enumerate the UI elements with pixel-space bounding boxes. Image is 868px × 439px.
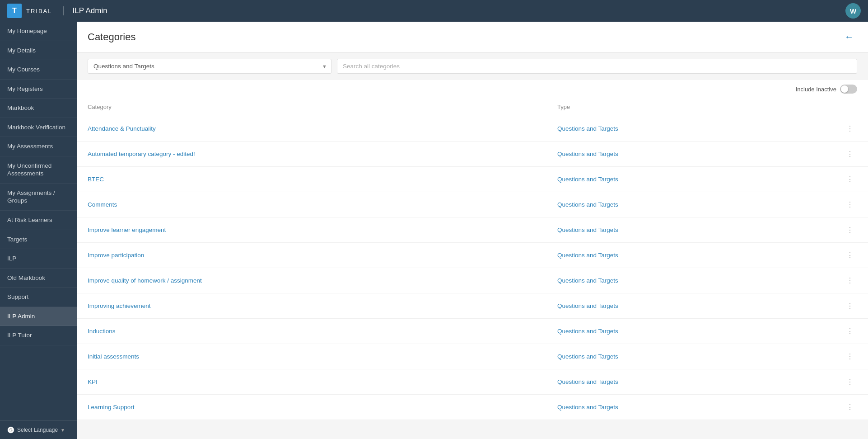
category-type-select[interactable]: Questions and TargetsInitial AssessmentM… (88, 59, 331, 74)
row-menu-button[interactable]: ⋮ (843, 300, 857, 312)
row-actions-cell: ⋮ (832, 243, 868, 268)
table-row: Improve participationQuestions and Targe… (77, 243, 868, 268)
select-language[interactable]: Select Language ▼ (7, 426, 70, 434)
include-inactive-toggle[interactable] (840, 85, 857, 94)
category-cell: Improve learner engagement (77, 217, 546, 243)
category-link[interactable]: KPI (88, 378, 98, 385)
svg-point-0 (8, 427, 14, 433)
sidebar-item-markbook[interactable]: Markbook (0, 99, 77, 118)
table-header-row: Category Type (77, 98, 868, 116)
category-cell: Improve participation (77, 243, 546, 268)
sidebar-item-ilp-tutor[interactable]: ILP Tutor (0, 326, 77, 345)
row-menu-button[interactable]: ⋮ (843, 173, 857, 185)
sidebar-item-my-assessments[interactable]: My Assessments (0, 137, 77, 156)
category-cell: BTEC (77, 167, 546, 192)
category-cell: Learning Support (77, 395, 546, 420)
category-link[interactable]: Comments (88, 201, 117, 208)
sidebar-item-my-registers[interactable]: My Registers (0, 80, 77, 99)
row-actions-cell: ⋮ (832, 142, 868, 167)
row-actions-cell: ⋮ (832, 319, 868, 344)
user-avatar[interactable]: W (845, 3, 861, 19)
table-row: Attendance & PunctualityQuestions and Ta… (77, 116, 868, 142)
category-cell: Inductions (77, 319, 546, 344)
sidebar-item-my-unconfirmed-assessments[interactable]: My Unconfirmed Assessments (0, 156, 77, 184)
category-link[interactable]: Improving achievement (88, 302, 151, 309)
sidebar-item-my-assignments-groups[interactable]: My Assignments / Groups (0, 184, 77, 211)
sidebar-item-ilp[interactable]: ILP (0, 249, 77, 269)
back-button[interactable]: ← (841, 30, 857, 44)
sidebar-item-at-risk-learners[interactable]: At Risk Learners (0, 211, 77, 230)
type-cell: Questions and Targets (546, 344, 832, 369)
row-actions-cell: ⋮ (832, 268, 868, 293)
table-row: Improving achievementQuestions and Targe… (77, 293, 868, 319)
row-menu-button[interactable]: ⋮ (843, 401, 857, 413)
type-cell: Questions and Targets (546, 192, 832, 217)
category-link[interactable]: Initial assessments (88, 353, 139, 360)
sidebar-item-support[interactable]: Support (0, 288, 77, 307)
category-cell: Improving achievement (77, 293, 546, 319)
top-header: T TRIBAL ILP Admin W (0, 0, 868, 22)
row-menu-button[interactable]: ⋮ (843, 274, 857, 287)
row-menu-button[interactable]: ⋮ (843, 123, 857, 135)
type-cell: Questions and Targets (546, 395, 832, 420)
app-title: ILP Admin (63, 6, 107, 15)
row-actions-cell: ⋮ (832, 217, 868, 243)
category-link[interactable]: Learning Support (88, 404, 135, 411)
row-menu-button[interactable]: ⋮ (843, 198, 857, 211)
table-row: Improve quality of homework / assignment… (77, 268, 868, 293)
sidebar-item-my-homepage[interactable]: My Homepage (0, 22, 77, 41)
category-cell: KPI (77, 369, 546, 395)
select-language-arrow: ▼ (61, 428, 65, 433)
category-link[interactable]: BTEC (88, 176, 104, 183)
google-icon (7, 426, 14, 434)
row-menu-button[interactable]: ⋮ (843, 148, 857, 160)
sidebar-item-my-courses[interactable]: My Courses (0, 60, 77, 80)
category-cell: Comments (77, 192, 546, 217)
table-row: Initial assessmentsQuestions and Targets… (77, 344, 868, 369)
filter-select-wrap: Questions and TargetsInitial AssessmentM… (88, 59, 331, 74)
include-inactive-label: Include Inactive (796, 86, 836, 93)
row-actions-cell: ⋮ (832, 344, 868, 369)
row-menu-button[interactable]: ⋮ (843, 376, 857, 388)
type-cell: Questions and Targets (546, 369, 832, 395)
content-area: Categories ← Questions and TargetsInitia… (77, 22, 868, 439)
filter-bar: Questions and TargetsInitial AssessmentM… (77, 52, 868, 80)
row-menu-button[interactable]: ⋮ (843, 325, 857, 337)
row-menu-button[interactable]: ⋮ (843, 350, 857, 363)
sidebar-item-markbook-verification[interactable]: Markbook Verification (0, 118, 77, 137)
row-actions-cell: ⋮ (832, 116, 868, 142)
category-link[interactable]: Improve participation (88, 252, 144, 259)
table-row: CommentsQuestions and Targets⋮ (77, 192, 868, 217)
search-input[interactable] (337, 59, 857, 74)
category-link[interactable]: Inductions (88, 328, 116, 335)
row-menu-button[interactable]: ⋮ (843, 224, 857, 236)
row-actions-cell: ⋮ (832, 167, 868, 192)
type-cell: Questions and Targets (546, 243, 832, 268)
table-options-bar: Include Inactive (77, 80, 868, 98)
type-cell: Questions and Targets (546, 268, 832, 293)
select-language-label: Select Language (17, 427, 58, 433)
page-header: Categories ← (77, 22, 868, 52)
type-cell: Questions and Targets (546, 142, 832, 167)
logo-box: T (7, 4, 22, 18)
row-menu-button[interactable]: ⋮ (843, 249, 857, 261)
table-row: Automated temporary category - edited!Qu… (77, 142, 868, 167)
type-cell: Questions and Targets (546, 217, 832, 243)
category-link[interactable]: Attendance & Punctuality (88, 125, 156, 132)
type-cell: Questions and Targets (546, 167, 832, 192)
page-title: Categories (88, 31, 135, 43)
row-actions-cell: ⋮ (832, 369, 868, 395)
table-row: BTECQuestions and Targets⋮ (77, 167, 868, 192)
category-link[interactable]: Improve quality of homework / assignment (88, 277, 202, 284)
category-link[interactable]: Improve learner engagement (88, 227, 166, 233)
category-link[interactable]: Automated temporary category - edited! (88, 151, 195, 157)
brand-name: TRIBAL (26, 8, 52, 14)
main-layout: My Homepage My Details My Courses My Reg… (0, 22, 868, 439)
sidebar-item-my-details[interactable]: My Details (0, 41, 77, 61)
category-cell: Automated temporary category - edited! (77, 142, 546, 167)
sidebar-item-ilp-admin[interactable]: ILP Admin (0, 307, 77, 326)
sidebar: My Homepage My Details My Courses My Reg… (0, 22, 77, 439)
sidebar-item-targets[interactable]: Targets (0, 230, 77, 250)
sidebar-item-old-markbook[interactable]: Old Markbook (0, 269, 77, 288)
col-header-type: Type (546, 98, 832, 116)
